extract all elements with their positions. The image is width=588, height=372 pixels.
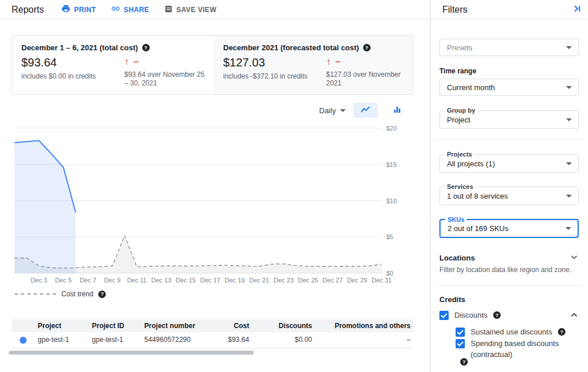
line-chart-toggle[interactable] <box>353 103 378 118</box>
cost-trend-legend-label: Cost trend <box>61 290 93 298</box>
help-icon[interactable] <box>493 311 501 319</box>
trend-dash-icon <box>335 57 341 67</box>
group-by-value: Project <box>447 116 566 124</box>
services-label: Services <box>445 183 475 191</box>
table-cell: $93.64 <box>217 332 252 348</box>
projects-select[interactable]: Projects All projects (1) <box>439 154 579 173</box>
forecast-comparison: $127.03 over November 2021 <box>326 70 404 88</box>
x-axis-label: Dec 17 <box>200 277 220 284</box>
presets-select[interactable]: Presets <box>439 39 579 56</box>
x-axis-label: Dec 21 <box>249 277 269 284</box>
print-button-label: PRINT <box>74 6 96 14</box>
chevron-down-icon <box>569 255 579 263</box>
cost-trend-line-sample <box>14 293 56 295</box>
print-button[interactable]: PRINT <box>61 4 96 15</box>
projects-label: Projects <box>445 151 474 158</box>
discounts-label: Discounts <box>454 310 487 321</box>
help-icon[interactable] <box>460 358 468 366</box>
save-view-icon <box>164 5 173 15</box>
x-axis-label: Dec 27 <box>323 277 343 284</box>
interval-dropdown[interactable]: Daily <box>319 106 346 115</box>
credits-title: Credits <box>439 295 465 304</box>
column-header: Cost <box>217 319 252 332</box>
share-icon <box>111 4 120 15</box>
sustained-discounts-checkbox[interactable] <box>456 328 465 337</box>
locations-section-header[interactable]: Locations <box>439 252 579 263</box>
skus-label: SKUs <box>445 216 467 224</box>
collapse-panel-icon <box>572 6 582 15</box>
x-axis-label: Dec 23 <box>273 277 294 284</box>
y-axis-label: $10 <box>386 198 397 204</box>
cost-chart: $0$5$10$15$20Dec 3Dec 5Dec 7Dec 9Dec 11D… <box>0 118 431 289</box>
share-button-label: SHARE <box>124 6 149 14</box>
x-axis-label: Dec 15 <box>176 277 196 284</box>
trend-dash-icon <box>134 57 139 67</box>
x-axis-label: Dec 25 <box>298 277 319 284</box>
chart-controls: Daily <box>319 102 420 118</box>
table-cell: gpe-test-1 <box>89 332 142 348</box>
time-range-value: Current month <box>447 83 566 92</box>
spending-discounts-label: Spending based discounts (contractual) <box>471 338 568 360</box>
page-title: Reports <box>12 5 61 15</box>
column-header: Project <box>35 319 89 332</box>
help-icon[interactable] <box>363 44 371 51</box>
skus-value: 2 out of 169 SKUs <box>448 224 565 233</box>
bar-chart-icon <box>393 105 402 116</box>
table-row[interactable]: gpe-test-1gpe-test-1544960572290$93.64$0… <box>12 332 413 348</box>
total-cost-comparison: $93.64 over November 25 – 30, 2021 <box>124 70 205 88</box>
discounts-checkbox-row: Discounts <box>439 310 579 321</box>
presets-placeholder: Presets <box>447 43 566 52</box>
services-select[interactable]: Services 1 out of 8 services <box>439 187 579 205</box>
x-axis-label: Dec 31 <box>372 277 392 284</box>
filters-header: Filters <box>431 0 587 20</box>
x-axis-label: Dec 19 <box>225 277 245 284</box>
save-view-button[interactable]: SAVE VIEW <box>164 5 216 15</box>
total-cost-card: December 1 – 6, 2021 (total cost) $93.64… <box>12 36 214 94</box>
spending-discounts-checkbox[interactable] <box>456 339 465 348</box>
chevron-down-icon <box>566 46 572 49</box>
chevron-down-icon <box>565 227 571 230</box>
series-color-dot <box>20 337 27 344</box>
total-cost-card-title: December 1 – 6, 2021 (total cost) <box>21 43 138 52</box>
help-icon[interactable] <box>98 291 106 298</box>
save-view-button-label: SAVE VIEW <box>176 6 216 14</box>
billing-reports-page: Reports PRINT SHARE SAVE VIEW December 1… <box>0 0 588 372</box>
skus-select[interactable]: SKUs 2 out of 169 SKUs <box>439 219 579 238</box>
group-by-label: Group by <box>445 107 478 114</box>
chevron-down-icon <box>566 86 572 89</box>
forecast-credits-note: includes -$372.10 in credits <box>223 72 326 81</box>
chevron-down-icon <box>340 109 346 112</box>
series-color-dot-cell <box>12 332 35 348</box>
collapse-discounts-button[interactable] <box>569 310 579 321</box>
trend-up-icon <box>326 57 331 67</box>
expand-locations-button[interactable] <box>569 252 579 263</box>
y-axis-label: $0 <box>386 270 393 277</box>
x-axis-label: Dec 5 <box>55 277 72 284</box>
filters-title: Filters <box>442 5 468 15</box>
bar-chart-toggle[interactable] <box>385 103 409 118</box>
horizontal-scrollbar[interactable] <box>9 351 254 355</box>
table-cell: – <box>315 332 413 348</box>
dot-column-header <box>12 319 35 332</box>
chevron-up-icon <box>569 313 579 321</box>
filters-panel: Filters Presets Time range Current month… <box>431 0 587 372</box>
discounts-checkbox[interactable] <box>439 311 449 320</box>
help-icon[interactable] <box>142 44 150 51</box>
chevron-down-icon <box>566 118 572 121</box>
time-range-select[interactable]: Current month <box>439 79 579 96</box>
actual-cost-area <box>14 140 76 273</box>
column-header: Project ID <box>89 319 142 332</box>
group-by-select[interactable]: Group by Project <box>439 110 579 129</box>
services-value: 1 out of 8 services <box>447 192 566 200</box>
share-button[interactable]: SHARE <box>111 4 149 15</box>
column-header: Project number <box>142 319 217 332</box>
cost-breakdown-table: ProjectProject IDProject numberCostDisco… <box>12 319 413 348</box>
print-icon <box>61 4 71 15</box>
x-axis-label: Dec 29 <box>347 277 367 284</box>
sustained-discounts-row: Sustained use discounts <box>456 326 565 337</box>
forecast-card-title: December 2021 (forecasted total cost) <box>223 43 359 52</box>
total-cost-credits-note: includes $0.00 in credits <box>21 72 124 81</box>
help-icon[interactable] <box>558 328 565 336</box>
divider <box>435 285 583 286</box>
collapse-panel-button[interactable] <box>572 4 582 16</box>
